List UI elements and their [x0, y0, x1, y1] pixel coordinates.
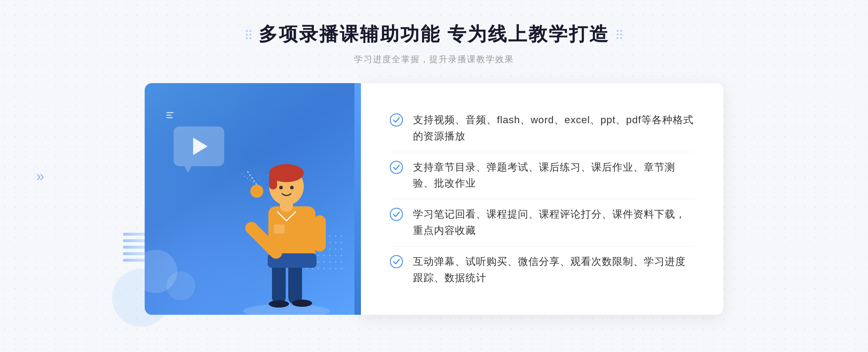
feature-text-3: 学习笔记回看、课程提问、课程评论打分、课件资料下载，重点内容收藏 [413, 206, 694, 239]
title-row: 多项录播课辅助功能 专为线上教学打造 [246, 22, 622, 47]
light-rays-decoration [166, 112, 174, 118]
feature-text-1: 支持视频、音频、flash、word、excel、ppt、pdf等各种格式的资源… [413, 112, 694, 145]
page-container: » 多项录播课辅助功能 专为线上教学打造 学习进度全掌握，提升录播课教学效果 [0, 0, 868, 352]
svg-point-21 [390, 208, 403, 220]
circle-decoration-2 [166, 271, 195, 300]
svg-point-20 [390, 161, 403, 173]
feature-item-1: 支持视频、音频、flash、word、excel、ppt、pdf等各种格式的资源… [390, 105, 694, 152]
check-icon-4 [390, 255, 403, 268]
svg-point-14 [279, 186, 283, 189]
features-panel: 支持视频、音频、flash、word、excel、ppt、pdf等各种格式的资源… [361, 83, 723, 315]
light-ray-1 [166, 112, 174, 113]
illustration-panel [145, 83, 354, 315]
page-subtitle: 学习进度全掌握，提升录播课教学效果 [246, 53, 622, 65]
light-ray-2 [166, 115, 171, 116]
svg-point-19 [390, 114, 403, 126]
check-icon-3 [390, 208, 403, 221]
feature-text-2: 支持章节目录、弹题考试、课后练习、课后作业、章节测验、批改作业 [413, 159, 694, 192]
svg-point-9 [250, 185, 263, 198]
svg-point-3 [292, 300, 312, 307]
left-decorative-arrows: » [36, 169, 44, 183]
left-title-dots [246, 30, 251, 39]
light-ray-3 [166, 117, 173, 118]
feature-item-2: 支持章节目录、弹题考试、课后练习、课后作业、章节测验、批改作业 [390, 152, 694, 199]
svg-point-4 [269, 300, 289, 308]
play-bubble [174, 126, 224, 166]
right-title-dots [617, 30, 622, 39]
svg-rect-16 [274, 224, 285, 233]
check-icon-1 [390, 113, 403, 126]
header-section: 多项录播课辅助功能 专为线上教学打造 学习进度全掌握，提升录播课教学效果 [246, 22, 622, 65]
svg-rect-13 [269, 173, 277, 189]
svg-line-17 [247, 170, 257, 185]
content-section: 支持视频、音频、flash、word、excel、ppt、pdf等各种格式的资源… [145, 83, 723, 315]
svg-point-15 [290, 186, 294, 189]
svg-point-22 [390, 256, 403, 268]
feature-item-4: 互动弹幕、试听购买、微信分享、观看次数限制、学习进度跟踪、数据统计 [390, 246, 694, 293]
play-icon [193, 138, 208, 155]
check-icon-2 [390, 161, 403, 174]
feature-item-3: 学习笔记回看、课程提问、课程评论打分、课件资料下载，重点内容收藏 [390, 199, 694, 246]
chevron-right-icon: » [36, 169, 44, 183]
vertical-connector-bar [354, 83, 361, 315]
illustration-figure [225, 127, 348, 315]
svg-rect-2 [288, 262, 302, 304]
svg-rect-8 [314, 215, 326, 252]
feature-text-4: 互动弹幕、试听购买、微信分享、观看次数限制、学习进度跟踪、数据统计 [413, 254, 694, 286]
page-title: 多项录播课辅助功能 专为线上教学打造 [259, 22, 609, 47]
